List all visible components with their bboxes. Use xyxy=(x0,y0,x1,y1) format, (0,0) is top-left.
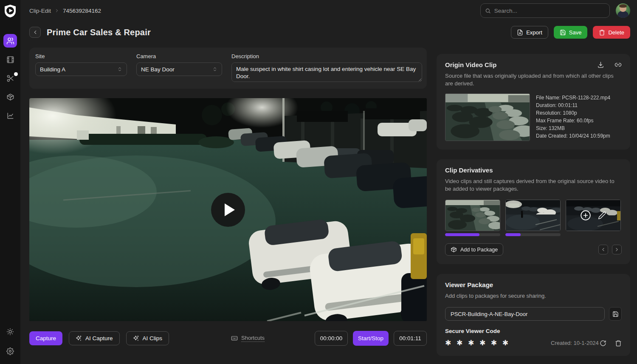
capture-label: Capture xyxy=(36,335,56,341)
add-to-package-button[interactable]: Add to Package xyxy=(445,243,503,256)
player-controls: Capture AI Capture AI Clips xyxy=(29,330,427,346)
copy-link-button[interactable] xyxy=(614,61,622,68)
ai-clips-button[interactable]: AI Clips xyxy=(126,331,169,345)
regenerate-code-button[interactable] xyxy=(600,340,606,347)
page-header: Prime Car Sales & Repair Export Save Del… xyxy=(29,23,630,42)
site-value: Building A xyxy=(40,66,65,73)
viewer-package-card: Viewer Package Add clips to packages for… xyxy=(437,274,630,356)
search-input[interactable] xyxy=(494,8,605,14)
line-chart-icon xyxy=(6,112,14,120)
sparkles-icon xyxy=(133,335,139,341)
origin-clip-thumbnail[interactable] xyxy=(445,93,530,141)
clip-form-card: Site Building A Camera NE Bay Door xyxy=(29,48,427,89)
secure-viewer-code-label: Secure Viewer Code xyxy=(445,328,622,334)
play-icon xyxy=(225,203,235,216)
theme-toggle-button[interactable] xyxy=(3,325,17,339)
save-label: Save xyxy=(569,29,582,36)
camera-value: NE Bay Door xyxy=(141,66,175,73)
video-player[interactable] xyxy=(29,98,427,321)
ai-capture-button[interactable]: AI Capture xyxy=(69,331,120,345)
delete-button[interactable]: Delete xyxy=(593,26,630,39)
delete-code-button[interactable] xyxy=(615,340,622,347)
breadcrumb-clip-id[interactable]: 745639284162 xyxy=(63,8,101,14)
package-save-button[interactable] xyxy=(609,307,622,321)
play-button[interactable] xyxy=(211,193,245,227)
sidebar-item-packages[interactable] xyxy=(3,90,17,104)
search-bar[interactable] xyxy=(480,3,610,18)
export-label: Export xyxy=(526,29,542,36)
add-to-package-label: Add to Package xyxy=(460,247,498,253)
refresh-icon xyxy=(600,340,606,347)
meta-resolution: Resolution: 1080p xyxy=(536,109,610,117)
derivative-thumbnail-2[interactable] xyxy=(505,200,561,231)
camera-select[interactable]: NE Bay Door xyxy=(136,62,222,76)
save-icon xyxy=(560,29,566,36)
chevron-right-icon xyxy=(614,247,620,252)
export-button[interactable]: Export xyxy=(511,26,548,39)
viewer-package-title: Viewer Package xyxy=(445,281,622,288)
derivative-progress-2 xyxy=(505,233,561,236)
select-caret-icon xyxy=(117,67,122,72)
derivatives-next-button[interactable] xyxy=(612,245,622,254)
shortcuts-label: Shortcuts xyxy=(241,335,265,342)
settings-button[interactable] xyxy=(3,344,17,358)
origin-card-title: Origin Video Clip xyxy=(445,61,496,68)
scissors-icon xyxy=(6,74,14,82)
breadcrumb: Clip-Edit 745639284162 xyxy=(29,8,101,14)
edit-pencil-icon[interactable] xyxy=(598,211,606,220)
add-circle-icon[interactable] xyxy=(580,210,591,221)
shortcuts-link[interactable]: Shortcuts xyxy=(231,335,265,342)
code-created-date: Created: 10-1-2024 xyxy=(551,340,599,346)
sidebar xyxy=(0,0,20,364)
film-icon xyxy=(6,56,14,64)
derivatives-prev-button[interactable] xyxy=(598,245,608,254)
user-avatar[interactable] xyxy=(616,3,630,18)
derivative-thumbnail-1[interactable] xyxy=(445,200,500,231)
site-label: Site xyxy=(35,53,127,59)
meta-date-created: Date Created: 10/04/24 10:59pm xyxy=(536,132,610,140)
derivative-thumbnail-3[interactable] xyxy=(566,200,621,231)
save-button[interactable]: Save xyxy=(554,26,588,39)
derivative-progress-1 xyxy=(445,233,500,236)
meta-frame-rate: Max Frame Rate: 60.0fps xyxy=(536,117,610,124)
keyboard-icon xyxy=(231,335,238,341)
sidebar-item-analytics[interactable] xyxy=(3,109,17,122)
sidebar-item-clip-edit[interactable] xyxy=(3,71,17,85)
breadcrumb-section[interactable]: Clip-Edit xyxy=(29,8,51,14)
clip-derivatives-card: Clip Derivatives Video clips and still c… xyxy=(437,159,630,264)
sidebar-item-clips[interactable] xyxy=(3,53,17,66)
meta-duration: Duration: 00:01:11 xyxy=(536,102,610,109)
app-logo-shield-play-icon[interactable] xyxy=(4,4,17,18)
derivatives-card-title: Clip Derivatives xyxy=(445,166,622,174)
origin-card-description: Source file that was originally uploaded… xyxy=(445,72,622,87)
masked-code: ✱ ✱ ✱ ✱ ✱ ✱ xyxy=(445,339,510,347)
sidebar-item-users[interactable] xyxy=(3,34,17,48)
main-area: Clip-Edit 745639284162 Prime Car Sales &… xyxy=(20,0,637,364)
description-label: Description xyxy=(231,53,422,59)
start-time-value: 00:00:00 xyxy=(320,335,343,341)
download-button[interactable] xyxy=(597,61,604,68)
back-button[interactable] xyxy=(29,27,41,38)
viewer-package-description: Add clips to packages for secure sharing… xyxy=(445,292,622,300)
sun-icon xyxy=(6,328,14,336)
search-icon xyxy=(485,8,491,14)
sparkles-icon xyxy=(76,335,82,341)
origin-video-clip-card: Origin Video Clip xyxy=(437,54,630,150)
link-icon xyxy=(614,61,622,68)
package-name-input[interactable] xyxy=(445,307,605,321)
end-time-field[interactable]: 00:01:11 xyxy=(394,331,427,346)
meta-size: Size: 132MB xyxy=(536,124,610,132)
trash-icon xyxy=(615,340,622,347)
topbar: Clip-Edit 745639284162 xyxy=(29,0,630,21)
gear-icon xyxy=(6,347,14,355)
description-textarea[interactable]: Male suspect in white shirt casing lot a… xyxy=(231,62,422,82)
start-time-field[interactable]: 00:00:00 xyxy=(315,331,348,346)
ai-capture-label: AI Capture xyxy=(85,335,113,341)
capture-button[interactable]: Capture xyxy=(29,331,62,345)
site-select[interactable]: Building A xyxy=(35,62,127,76)
origin-metadata: File Name: PCSR-1128-222.mp4 Duration: 0… xyxy=(536,93,610,141)
page-title: Prime Car Sales & Repair xyxy=(47,28,151,37)
scissors-status-dot xyxy=(14,72,18,76)
start-stop-button[interactable]: Start/Stop xyxy=(353,331,389,346)
package-icon xyxy=(451,246,457,253)
